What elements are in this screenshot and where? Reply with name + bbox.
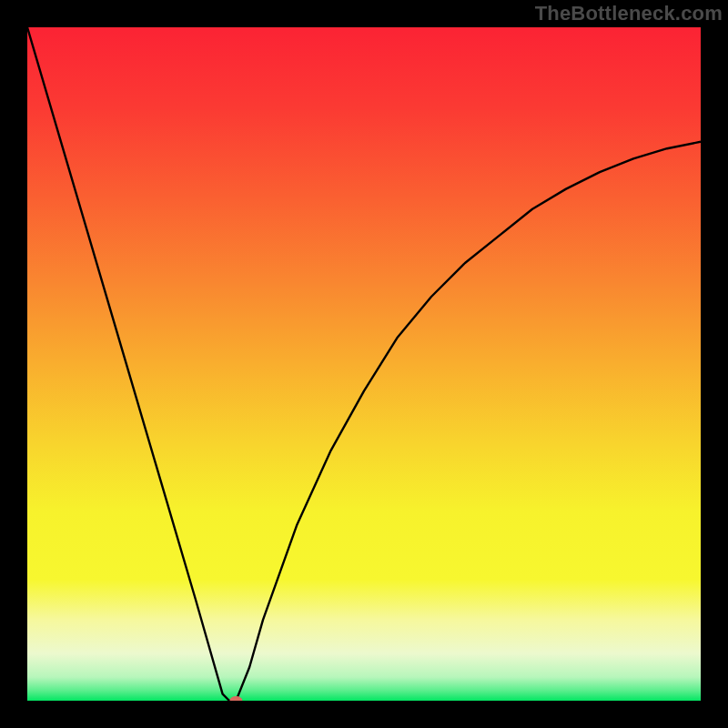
chart-background-gradient	[27, 27, 701, 701]
bottleneck-chart	[27, 27, 701, 701]
attribution-text: TheBottleneck.com	[535, 2, 723, 25]
plot-area	[27, 27, 701, 701]
chart-frame: TheBottleneck.com	[0, 0, 728, 728]
